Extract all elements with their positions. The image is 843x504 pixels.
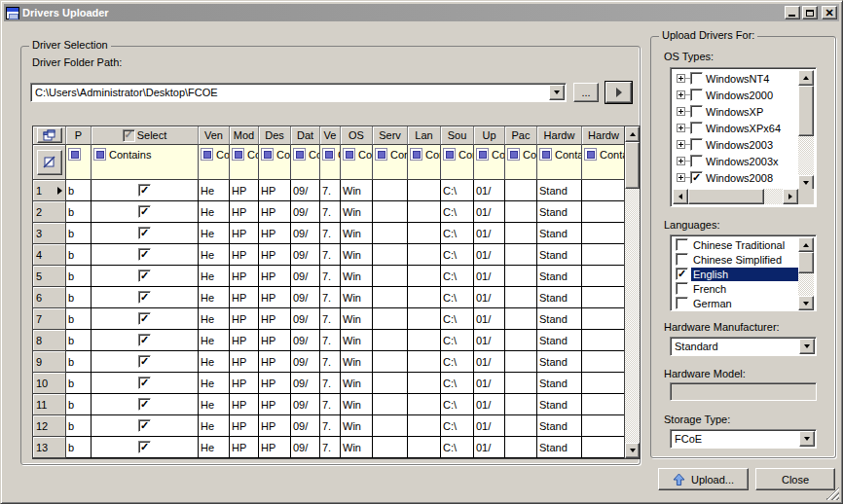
upload-button[interactable]: Upload...	[658, 468, 749, 490]
language-label[interactable]: Chinese Traditional	[691, 238, 798, 252]
cell-mod[interactable]: HP	[230, 351, 259, 373]
cell-hardw2[interactable]	[582, 308, 624, 330]
column-header-serv[interactable]: Serv	[373, 126, 408, 145]
cell-hardw1[interactable]: Stand	[537, 201, 582, 223]
os-type-label[interactable]: Windows2003	[706, 139, 773, 151]
filter-condition-icon[interactable]	[293, 148, 306, 161]
cell-mod[interactable]: HP	[230, 244, 259, 266]
cell-ve[interactable]: 7.	[320, 308, 341, 330]
row-header-cell[interactable]: 10	[33, 373, 66, 394]
cell-os[interactable]: Win	[341, 394, 373, 415]
filter-condition-icon[interactable]	[507, 148, 520, 161]
cell-dat[interactable]: 09/	[291, 415, 320, 437]
filter-condition-icon[interactable]	[343, 148, 355, 161]
cell-ve[interactable]: 7.	[320, 201, 341, 223]
cell-lan[interactable]	[408, 201, 441, 223]
cell-select[interactable]	[92, 308, 199, 330]
cell-lan[interactable]	[408, 351, 441, 373]
filter-cell-ven[interactable]: Contains	[199, 145, 230, 180]
cell-mod[interactable]: HP	[230, 201, 259, 223]
os-type-item-windows2003[interactable]: Windows2003	[673, 136, 798, 153]
filter-cell-des[interactable]: Contains	[259, 145, 291, 180]
cell-select[interactable]	[92, 244, 199, 266]
maximize-button[interactable]	[802, 6, 818, 19]
language-label[interactable]: German	[691, 297, 798, 310]
row-select-checkbox[interactable]	[138, 441, 151, 453]
cell-hardw1[interactable]: Stand	[537, 308, 582, 330]
tree-vscrollbar-thumb[interactable]	[798, 86, 814, 136]
language-label[interactable]: French	[691, 282, 798, 296]
row-header-cell[interactable]: 3	[33, 223, 66, 244]
cell-p[interactable]: b	[66, 201, 92, 223]
cell-hardw2[interactable]	[582, 351, 624, 373]
cell-up[interactable]: 01/	[474, 244, 505, 266]
cell-os[interactable]: Win	[341, 266, 373, 287]
row-select-checkbox[interactable]	[138, 270, 151, 282]
column-header-mod[interactable]: Mod	[230, 126, 259, 145]
cell-lan[interactable]	[408, 180, 441, 201]
cell-up[interactable]: 01/	[474, 351, 505, 373]
cell-ve[interactable]: 7.	[320, 244, 341, 266]
cell-mod[interactable]: HP	[230, 330, 259, 351]
cell-sou[interactable]: C:\	[441, 330, 474, 351]
language-label[interactable]: English	[691, 268, 798, 281]
expand-plus-icon[interactable]	[677, 124, 685, 132]
column-header-select[interactable]: Select	[92, 126, 199, 145]
cell-dat[interactable]: 09/	[291, 373, 320, 394]
cell-pac[interactable]	[505, 415, 537, 437]
cell-up[interactable]: 01/	[474, 266, 505, 287]
cell-des[interactable]: HP	[259, 394, 291, 415]
cell-pac[interactable]	[505, 373, 537, 394]
cell-ven[interactable]: He	[199, 180, 230, 201]
language-item-chinese-traditional[interactable]: Chinese Traditional	[673, 237, 798, 252]
cell-ven[interactable]: He	[199, 373, 230, 394]
cell-des[interactable]: HP	[259, 330, 291, 351]
cell-pac[interactable]	[505, 287, 537, 308]
cell-hardw2[interactable]	[582, 180, 624, 201]
row-select-checkbox[interactable]	[138, 184, 151, 197]
os-type-checkbox[interactable]	[690, 72, 703, 85]
cell-ve[interactable]: 7.	[320, 266, 341, 287]
cell-hardw2[interactable]	[582, 373, 624, 394]
filter-condition-icon[interactable]	[232, 148, 244, 161]
language-checkbox[interactable]	[676, 238, 688, 251]
filter-condition-icon[interactable]	[410, 148, 422, 161]
os-type-item-windows2003x[interactable]: Windows2003x	[673, 153, 798, 169]
language-checkbox[interactable]	[676, 253, 688, 266]
cell-hardw1[interactable]: Stand	[537, 330, 582, 351]
cell-os[interactable]: Win	[341, 330, 373, 351]
cell-sou[interactable]: C:\	[441, 437, 474, 458]
cell-ven[interactable]: He	[199, 201, 230, 223]
os-type-checkbox[interactable]	[690, 155, 703, 167]
storage-type-dropdown-button[interactable]	[799, 431, 815, 447]
cell-mod[interactable]: HP	[230, 394, 259, 415]
cell-hardw1[interactable]: Stand	[537, 223, 582, 244]
tree-horizontal-scrollbar[interactable]	[673, 189, 798, 204]
os-type-item-windowsnt4[interactable]: WindowsNT4	[673, 70, 798, 87]
filter-cell-ve[interactable]: Contains	[320, 145, 341, 180]
languages-scroll-down-button[interactable]	[798, 296, 814, 310]
cell-up[interactable]: 01/	[474, 180, 505, 201]
cell-os[interactable]: Win	[341, 287, 373, 308]
cell-dat[interactable]: 09/	[291, 351, 320, 373]
cell-hardw1[interactable]: Stand	[537, 287, 582, 308]
cell-ve[interactable]: 7.	[320, 330, 341, 351]
cell-dat[interactable]: 09/	[291, 308, 320, 330]
cell-p[interactable]: b	[66, 223, 92, 244]
cell-dat[interactable]: 09/	[291, 201, 320, 223]
cell-sou[interactable]: C:\	[441, 394, 474, 415]
row-header-cell[interactable]: 5	[33, 266, 66, 287]
cell-pac[interactable]	[505, 437, 537, 458]
cell-mod[interactable]: HP	[230, 180, 259, 201]
tree-scroll-right-button[interactable]	[783, 189, 798, 204]
column-header-pac[interactable]: Pac	[505, 126, 537, 145]
cell-select[interactable]	[92, 437, 199, 458]
cell-os[interactable]: Win	[341, 223, 373, 244]
cell-p[interactable]: b	[66, 330, 92, 351]
filter-condition-icon[interactable]	[476, 148, 489, 161]
filter-condition-icon[interactable]	[261, 148, 274, 161]
cell-serv[interactable]	[373, 330, 408, 351]
cell-sou[interactable]: C:\	[441, 201, 474, 223]
cell-ven[interactable]: He	[199, 437, 230, 458]
cell-des[interactable]: HP	[259, 437, 291, 458]
